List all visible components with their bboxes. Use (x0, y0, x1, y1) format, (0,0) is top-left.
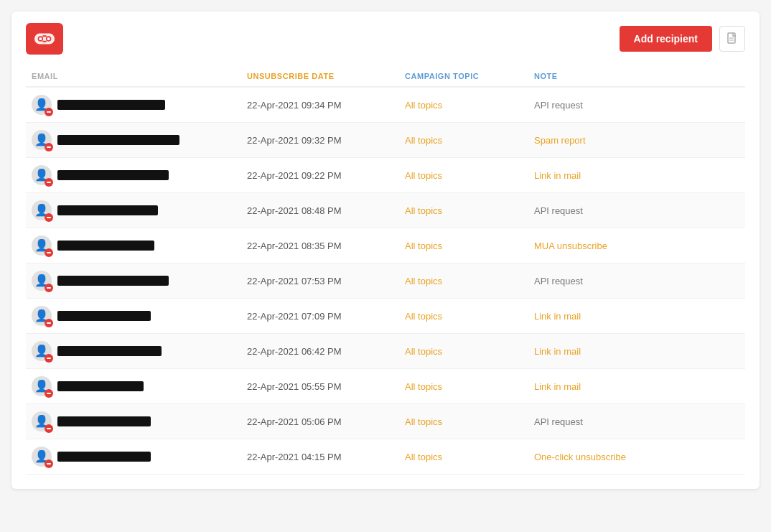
table-header: EMAIL UNSUBSCRIBE DATE CAMPAIGN TOPIC NO… (26, 67, 745, 88)
avatar: 👤 (32, 306, 52, 326)
email-cell: 👤 (32, 200, 247, 220)
avatar: 👤 (32, 95, 52, 115)
note-cell: Link in mail (534, 381, 739, 392)
table-row: 👤22-Apr-2021 06:42 PMAll topicsLink in m… (26, 334, 745, 369)
logo-button[interactable] (26, 23, 63, 55)
col-note: NOTE (534, 72, 739, 80)
unsubscribe-badge (45, 213, 53, 222)
document-button[interactable] (719, 26, 745, 52)
avatar: 👤 (32, 235, 52, 256)
top-right-actions: Add recipient (620, 26, 745, 52)
note-cell: Spam report (534, 135, 739, 146)
email-redacted (57, 452, 151, 462)
date-cell: 22-Apr-2021 09:22 PM (247, 170, 405, 181)
avatar: 👤 (32, 200, 52, 220)
table-row: 👤22-Apr-2021 08:48 PMAll topicsAPI reque… (26, 193, 745, 228)
table-row: 👤22-Apr-2021 09:34 PMAll topicsAPI reque… (26, 88, 745, 123)
topic-cell: All topics (405, 170, 534, 181)
svg-rect-4 (47, 37, 50, 40)
email-cell: 👤 (32, 376, 247, 396)
unsubscribe-badge (45, 354, 53, 363)
email-redacted (57, 311, 151, 321)
email-cell: 👤 (32, 95, 247, 115)
email-redacted (57, 170, 169, 180)
note-cell: API request (534, 416, 739, 427)
unsubscribe-badge (45, 108, 53, 116)
topic-cell: All topics (405, 452, 534, 462)
topic-cell: All topics (405, 311, 534, 322)
unsubscribe-badge (45, 424, 53, 433)
date-cell: 22-Apr-2021 05:06 PM (247, 416, 405, 427)
date-cell: 22-Apr-2021 09:34 PM (247, 100, 405, 111)
email-redacted (57, 135, 179, 145)
table-row: 👤22-Apr-2021 09:22 PMAll topicsLink in m… (26, 158, 745, 193)
top-bar: Add recipient (26, 23, 745, 55)
avatar: 👤 (32, 376, 52, 396)
date-cell: 22-Apr-2021 06:42 PM (247, 346, 405, 357)
svg-rect-3 (39, 37, 42, 40)
topic-cell: All topics (405, 135, 534, 146)
email-cell: 👤 (32, 447, 247, 467)
avatar: 👤 (32, 411, 52, 431)
topic-cell: All topics (405, 416, 534, 427)
date-cell: 22-Apr-2021 07:09 PM (247, 311, 405, 322)
note-cell: API request (534, 276, 739, 286)
table-row: 👤22-Apr-2021 04:15 PMAll topicsOne-click… (26, 439, 745, 475)
svg-rect-5 (42, 35, 47, 37)
table-row: 👤22-Apr-2021 09:32 PMAll topicsSpam repo… (26, 123, 745, 158)
unsubscribe-badge (45, 459, 53, 468)
col-campaign-topic: CAMPAIGN TOPIC (405, 72, 534, 80)
date-cell: 22-Apr-2021 08:48 PM (247, 205, 405, 216)
unsubscribe-badge (45, 143, 53, 151)
topic-cell: All topics (405, 346, 534, 357)
topic-cell: All topics (405, 100, 534, 111)
note-cell: API request (534, 205, 739, 216)
topic-cell: All topics (405, 381, 534, 392)
date-cell: 22-Apr-2021 07:53 PM (247, 276, 405, 286)
email-cell: 👤 (32, 165, 247, 185)
unsubscribe-badge (45, 319, 53, 327)
svg-rect-6 (42, 41, 47, 42)
note-cell: API request (534, 100, 739, 111)
unsubscribe-badge (45, 284, 53, 292)
document-icon (726, 32, 738, 45)
avatar: 👤 (32, 130, 52, 150)
email-cell: 👤 (32, 341, 247, 361)
avatar: 👤 (32, 447, 52, 467)
avatar: 👤 (32, 165, 52, 185)
unsubscribe-badge (45, 178, 53, 187)
email-cell: 👤 (32, 411, 247, 431)
unsubscribe-badge (45, 248, 53, 257)
col-email: EMAIL (32, 72, 247, 80)
table-row: 👤22-Apr-2021 07:53 PMAll topicsAPI reque… (26, 263, 745, 299)
avatar: 👤 (32, 271, 52, 291)
topic-cell: All topics (405, 276, 534, 286)
topic-cell: All topics (405, 241, 534, 251)
email-cell: 👤 (32, 235, 247, 256)
topic-cell: All topics (405, 205, 534, 216)
note-cell: MUA unsubscribe (534, 241, 739, 251)
col-unsubscribe-date: UNSUBSCRIBE DATE (247, 72, 405, 80)
table-row: 👤22-Apr-2021 05:06 PMAll topicsAPI reque… (26, 404, 745, 439)
email-redacted (57, 346, 162, 356)
email-redacted (57, 276, 169, 286)
email-redacted (57, 241, 154, 251)
add-recipient-button[interactable]: Add recipient (620, 26, 712, 52)
email-cell: 👤 (32, 271, 247, 291)
unsubscribe-badge (45, 389, 53, 398)
table-row: 👤22-Apr-2021 07:09 PMAll topicsLink in m… (26, 299, 745, 334)
email-redacted (57, 100, 165, 110)
avatar: 👤 (32, 341, 52, 361)
table-row: 👤22-Apr-2021 05:55 PMAll topicsLink in m… (26, 369, 745, 404)
email-redacted (57, 416, 151, 426)
table-row: 👤22-Apr-2021 08:35 PMAll topicsMUA unsub… (26, 228, 745, 263)
email-redacted (57, 381, 144, 391)
note-cell: Link in mail (534, 170, 739, 181)
date-cell: 22-Apr-2021 09:32 PM (247, 135, 405, 146)
note-cell: Link in mail (534, 346, 739, 357)
main-container: Add recipient EMAIL UNSUBSCRIBE DATE CAM… (11, 11, 760, 489)
note-cell: One-click unsubscribe (534, 452, 739, 462)
date-cell: 22-Apr-2021 05:55 PM (247, 381, 405, 392)
date-cell: 22-Apr-2021 04:15 PM (247, 452, 405, 462)
date-cell: 22-Apr-2021 08:35 PM (247, 241, 405, 251)
